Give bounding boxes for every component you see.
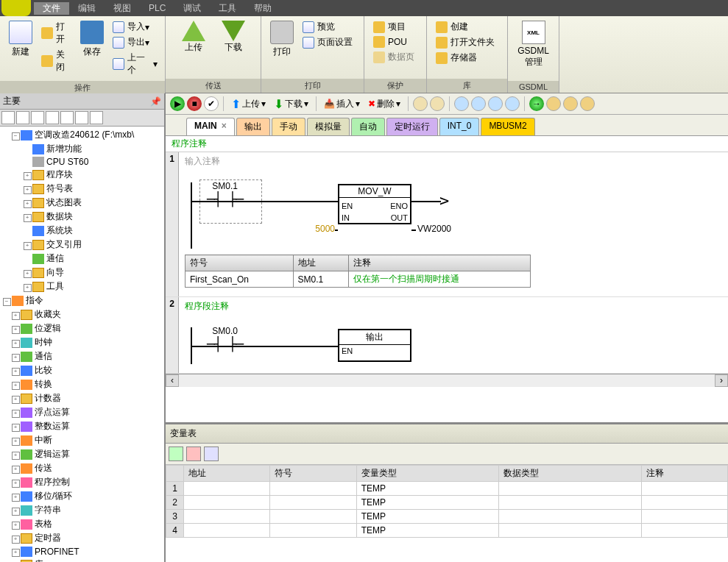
upload-button[interactable]: 上传: [177, 19, 210, 55]
close-icon[interactable]: ×: [222, 121, 227, 131]
var-cell[interactable]: [184, 482, 270, 496]
project-tree[interactable]: 空调改造240612 (F:\mxb\ 新增功能CPU ST60程序块符号表状态…: [0, 127, 164, 562]
tree-item[interactable]: 新增功能: [1, 142, 163, 156]
toolbar-upload-button[interactable]: ⬆上传 ▾: [228, 97, 269, 111]
var-cell[interactable]: [270, 524, 356, 538]
tree-item[interactable]: 程序控制: [1, 475, 163, 489]
tree-item[interactable]: 通信: [1, 252, 163, 266]
canvas-scrollbar[interactable]: ‹ ›: [166, 374, 728, 387]
tree-item[interactable]: 通信: [1, 349, 163, 363]
var-btn[interactable]: [204, 447, 219, 461]
tree-btn-2[interactable]: [16, 111, 29, 124]
menu-view[interactable]: 视图: [105, 2, 140, 15]
menu-debug[interactable]: 调试: [174, 2, 210, 15]
var-cell[interactable]: [270, 482, 356, 496]
scroll-left-button[interactable]: ‹: [166, 374, 179, 387]
var-cell[interactable]: [499, 524, 641, 538]
export-button[interactable]: 导出▾: [110, 35, 160, 50]
prev-button[interactable]: 上一个▾: [110, 50, 160, 78]
var-cell[interactable]: [270, 496, 356, 510]
tree-item[interactable]: 逻辑运算: [1, 447, 163, 461]
var-cell[interactable]: 4: [166, 524, 184, 538]
tree-item[interactable]: 移位/循环: [1, 489, 163, 503]
tree-btn-1[interactable]: [1, 111, 15, 124]
var-row[interactable]: 3TEMP: [166, 510, 728, 524]
var-cell[interactable]: [499, 482, 641, 496]
tree-item[interactable]: 整数运算: [1, 419, 163, 433]
tree-item[interactable]: 状态图表: [1, 196, 163, 210]
tree-btn-5[interactable]: [60, 111, 74, 124]
tree-item[interactable]: 字符串: [1, 503, 163, 517]
toolbar-btn-c[interactable]: [454, 96, 469, 111]
tree-item[interactable]: 定时器: [1, 531, 163, 545]
tree-btn-4[interactable]: [46, 111, 59, 124]
var-del-button[interactable]: [186, 447, 201, 461]
tree-item[interactable]: 比较: [1, 363, 163, 377]
var-cell[interactable]: TEMP: [356, 524, 498, 538]
var-cell[interactable]: [184, 524, 270, 538]
gsdml-button[interactable]: XML GSDML 管理: [513, 19, 554, 70]
tree-item[interactable]: 表格: [1, 517, 163, 531]
preview-button[interactable]: 预览: [300, 19, 356, 35]
variable-table[interactable]: 地址符号变量类型数据类型注释 1TEMP2TEMP3TEMP4TEMP: [166, 465, 728, 538]
tree-item[interactable]: CPU ST60: [1, 156, 163, 168]
var-cell[interactable]: [184, 496, 270, 510]
lib-open-button[interactable]: 打开文件夹: [433, 35, 498, 50]
open-button[interactable]: 打开: [38, 19, 76, 47]
var-row[interactable]: 2TEMP: [166, 496, 728, 510]
tree-item[interactable]: 工具: [1, 280, 163, 294]
tab-INT_0[interactable]: INT_0: [439, 118, 480, 135]
tree-item[interactable]: 浮点运算: [1, 405, 163, 419]
var-cell[interactable]: [270, 510, 356, 524]
var-cell[interactable]: TEMP: [356, 496, 498, 510]
menu-file[interactable]: 文件: [34, 2, 69, 15]
tree-item[interactable]: 传送: [1, 461, 163, 475]
toolbar-go-button[interactable]: →: [529, 96, 544, 111]
mov-w-block[interactable]: MOV_W EN ENO IN OUT: [338, 184, 411, 224]
tab-模拟量[interactable]: 模拟量: [307, 118, 350, 135]
var-cell[interactable]: 1: [166, 482, 184, 496]
tree-item[interactable]: 位逻辑: [1, 321, 163, 335]
tree-item[interactable]: 交叉引用: [1, 238, 163, 252]
tree-item[interactable]: 数据块: [1, 210, 163, 224]
stop-button[interactable]: ■: [187, 96, 202, 111]
var-cell[interactable]: [184, 510, 270, 524]
var-row[interactable]: 4TEMP: [166, 524, 728, 538]
page-setup-button[interactable]: 页面设置: [300, 35, 356, 50]
tree-instr-root[interactable]: 指令: [1, 294, 163, 307]
network-2[interactable]: 2 程序段注释 SM0.0 ─┤ ├─ 输出 EN: [166, 297, 728, 374]
output-block[interactable]: 输出 EN: [338, 329, 411, 362]
ladder-canvas[interactable]: 程序注释 1 输入注释 SM0.1 ─┤ ├─ MOV: [166, 136, 728, 422]
tab-MBUSM2[interactable]: MBUSM2: [481, 118, 534, 135]
app-icon[interactable]: [1, 0, 31, 16]
import-button[interactable]: 导入▾: [110, 19, 160, 35]
tree-project-root[interactable]: 空调改造240612 (F:\mxb\: [1, 128, 163, 142]
tree-item[interactable]: PROFINET: [1, 545, 163, 558]
new-button[interactable]: 新建: [4, 19, 37, 60]
tab-自动[interactable]: 自动: [351, 118, 385, 135]
scroll-right-button[interactable]: ›: [715, 374, 728, 387]
var-cell[interactable]: [641, 482, 727, 496]
lib-mem-button[interactable]: 存储器: [433, 50, 498, 65]
network-1[interactable]: 1 输入注释 SM0.1 ─┤ ├─ MOV_W EN: [166, 152, 728, 297]
print-button[interactable]: 打印: [266, 19, 298, 60]
tab-手动[interactable]: 手动: [272, 118, 305, 135]
menu-tools[interactable]: 工具: [210, 2, 245, 15]
tree-item[interactable]: 向导: [1, 266, 163, 280]
download-button[interactable]: 下载: [217, 19, 250, 55]
var-cell[interactable]: TEMP: [356, 510, 498, 524]
var-cell[interactable]: [641, 524, 727, 538]
tab-输出[interactable]: 输出: [236, 118, 270, 135]
toolbar-btn-e[interactable]: [488, 96, 503, 111]
close-button[interactable]: 关闭: [38, 47, 76, 75]
var-cell[interactable]: TEMP: [356, 482, 498, 496]
menu-edit[interactable]: 编辑: [69, 2, 105, 15]
pou-button[interactable]: POU: [370, 35, 417, 49]
var-cell[interactable]: [641, 496, 727, 510]
pin-icon[interactable]: 📌: [150, 96, 161, 107]
toolbar-btn-f[interactable]: [505, 96, 520, 111]
menu-help[interactable]: 帮助: [245, 2, 280, 15]
tree-item[interactable]: 收藏夹: [1, 307, 163, 321]
tree-item[interactable]: 中断: [1, 433, 163, 447]
toolbar-btn-a[interactable]: [413, 96, 428, 111]
